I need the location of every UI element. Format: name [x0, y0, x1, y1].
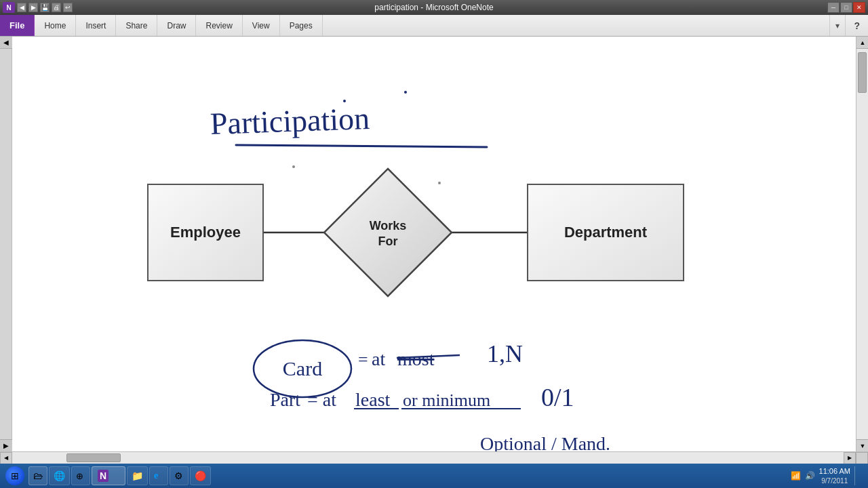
svg-marker-2 [324, 169, 452, 296]
red-app-icon: 🔴 [195, 470, 206, 481]
tab-draw[interactable]: Draw [157, 15, 196, 36]
svg-text:Employee: Employee [170, 224, 241, 241]
app-window: participation - Microsoft OneNote ─ □ ✕ … [0, 0, 868, 488]
svg-text:Works: Works [370, 219, 407, 232]
svg-text:= at: = at [307, 389, 336, 410]
scroll-right-button[interactable]: ▶ [844, 452, 856, 464]
horizontal-scrollbar: ◀ ▶ [0, 451, 868, 464]
tab-pages[interactable]: Pages [280, 15, 323, 36]
tab-insert[interactable]: Insert [76, 15, 116, 36]
taskbar: ⊞ 🗁 🌐 ⊕ N 📁 e ⚙ 🔴 📶 🔊 [0, 464, 868, 488]
title-bar: participation - Microsoft OneNote ─ □ ✕ … [0, 0, 868, 15]
svg-point-11 [343, 100, 346, 102]
settings-icon: ⚙ [174, 470, 183, 481]
firefox-icon: 🌐 [54, 470, 65, 481]
svg-text:Card: Card [283, 357, 322, 380]
maximize-button[interactable]: □ [840, 2, 852, 13]
show-desktop-button[interactable] [854, 466, 860, 485]
h-scroll-thumb[interactable] [66, 453, 121, 462]
ribbon-dropdown[interactable]: ▾ [829, 15, 845, 36]
svg-text:=: = [358, 350, 368, 369]
systray: 📶 🔊 11:06 AM 9/7/2011 [785, 466, 865, 485]
svg-text:Part: Part [270, 389, 300, 410]
left-sidebar: ◀ ▶ [0, 37, 12, 451]
scroll-left-button[interactable]: ◀ [0, 452, 12, 464]
help-button[interactable]: ? [845, 15, 868, 36]
usb-icon: 📁 [132, 470, 143, 481]
window-title: participation - Microsoft OneNote [374, 3, 493, 12]
volume-icon: 🔊 [805, 471, 815, 481]
svg-point-12 [404, 91, 407, 94]
print-icon[interactable]: 🖨 [52, 3, 61, 12]
tab-home[interactable]: Home [35, 15, 76, 36]
windows-orb[interactable]: ⊞ [3, 465, 27, 487]
save-icon[interactable]: 💾 [40, 3, 50, 12]
left-sidebar-bottom[interactable]: ▶ [0, 439, 12, 451]
tab-share[interactable]: Share [116, 15, 157, 36]
clock-date: 9/7/2011 [821, 476, 848, 485]
svg-point-14 [292, 165, 295, 168]
scroll-track [856, 49, 868, 439]
ie-icon: e [154, 470, 158, 481]
tab-view[interactable]: View [243, 15, 280, 36]
scroll-down-button[interactable]: ▼ [856, 439, 868, 451]
globe-icon: ⊕ [76, 471, 83, 481]
tab-review[interactable]: Review [196, 15, 242, 36]
clock-time: 11:06 AM [819, 466, 850, 476]
network-icon: 📶 [791, 471, 801, 481]
taskbar-item-firefox[interactable]: 🌐 [49, 466, 70, 485]
svg-text:or minimum: or minimum [403, 390, 490, 410]
main-content-area: ◀ ▶ Works [0, 37, 868, 451]
taskbar-item-ie[interactable]: e [149, 466, 168, 485]
ribbon: File Home Insert Share Draw Review View … [0, 15, 868, 37]
svg-line-10 [236, 145, 487, 147]
explorer-icon: 🗁 [33, 470, 43, 481]
onenote-logo: N [3, 2, 15, 13]
svg-point-13 [438, 182, 441, 184]
h-scroll-track [12, 452, 844, 464]
svg-text:Participation: Participation [210, 101, 370, 141]
svg-text:1,N: 1,N [487, 340, 523, 367]
scroll-up-button[interactable]: ▲ [856, 37, 868, 49]
svg-text:For: For [378, 235, 398, 248]
taskbar-item-usb[interactable]: 📁 [127, 466, 148, 485]
svg-text:at: at [372, 348, 385, 369]
taskbar-item-globe[interactable]: ⊕ [71, 466, 90, 485]
svg-text:Optional / Mand.: Optional / Mand. [480, 433, 610, 451]
undo-icon[interactable]: ↩ [63, 3, 73, 12]
taskbar-item-explorer[interactable]: 🗁 [28, 466, 47, 485]
svg-text:0/1: 0/1 [541, 383, 574, 411]
clock[interactable]: 11:06 AM 9/7/2011 [819, 466, 850, 485]
back-button[interactable]: ◀ [17, 3, 26, 12]
svg-text:most: most [397, 348, 435, 369]
left-sidebar-top[interactable]: ◀ [0, 37, 12, 49]
taskbar-item-red[interactable]: 🔴 [190, 466, 211, 485]
minimize-button[interactable]: ─ [827, 2, 840, 13]
canvas-area: Works For Employee [12, 37, 856, 451]
tab-file[interactable]: File [0, 15, 35, 36]
taskbar-item-onenote[interactable]: N [92, 466, 125, 485]
diagram-svg: Works For Employee [12, 37, 856, 451]
corner-box [856, 452, 868, 464]
taskbar-item-settings[interactable]: ⚙ [170, 466, 189, 485]
right-scrollbar: ▲ ▼ [856, 37, 868, 451]
svg-text:Department: Department [564, 224, 648, 241]
onenote-icon: N [98, 470, 108, 482]
window-controls: ─ □ ✕ [827, 2, 865, 13]
svg-text:least: least [355, 389, 391, 410]
scroll-thumb[interactable] [858, 52, 867, 93]
close-button[interactable]: ✕ [853, 2, 865, 13]
forward-button[interactable]: ▶ [28, 3, 38, 12]
